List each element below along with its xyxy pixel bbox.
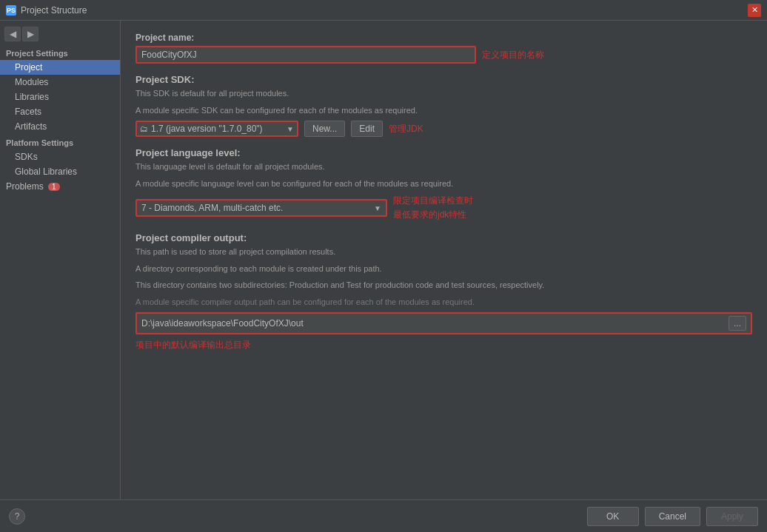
help-button[interactable]: ? [9,508,25,525]
sdk-desc1: This SDK is default for all project modu… [135,87,752,100]
compiler-desc2: A directory corresponding to each module… [135,263,752,275]
app-icon: PS [6,5,16,16]
cancel-button[interactable]: Cancel [645,507,700,526]
main-container: ◀ ▶ Project Settings Project Modules Lib… [0,21,767,499]
new-sdk-button[interactable]: New... [304,121,345,137]
compiler-section-title: Project compiler output: [135,232,752,243]
language-desc1: This language level is default for all p… [135,161,752,173]
output-annotation: 项目中的默认编译输出总目录 [135,339,752,351]
language-annotation-line2: 最低要求的jdk特性 [393,208,473,222]
project-name-label: Project name: [135,33,752,43]
language-desc2: A module specific language level can be … [135,178,752,190]
language-annotation-line1: 限定项目编译检查时 [393,194,473,208]
titlebar-left: PS Project Structure [6,5,87,16]
sidebar-item-global-libraries[interactable]: Global Libraries [0,164,120,179]
sidebar-item-sdks[interactable]: SDKs [0,149,120,164]
project-name-input[interactable] [135,46,476,64]
content-area: Project name: 定义项目的名称 Project SDK: This … [121,21,767,499]
sidebar-item-modules[interactable]: Modules [0,75,120,90]
sdk-dropdown-arrow: ▼ [287,125,294,133]
edit-sdk-button[interactable]: Edit [351,121,383,137]
sdk-folder-icon: 🗂 [140,124,148,133]
compiler-desc3: This directory contains two subdirectori… [135,279,752,292]
platform-settings-label: Platform Settings [0,134,120,149]
compiler-desc1: This path is used to store all project c… [135,246,752,258]
sdk-desc2: A module specific SDK can be configured … [135,104,752,117]
titlebar: PS Project Structure ✕ [0,0,767,21]
compiler-desc4: A module specific compiler output path c… [135,296,752,309]
sidebar-item-project[interactable]: Project [0,60,120,75]
sidebar: ◀ ▶ Project Settings Project Modules Lib… [0,21,121,499]
sidebar-item-facets[interactable]: Facets [0,104,120,119]
forward-button[interactable]: ▶ [22,27,38,41]
titlebar-title: Project Structure [21,5,87,16]
sdk-select[interactable]: 🗂 1.7 (java version "1.7.0_80") ▼ [135,121,298,137]
back-button[interactable]: ◀ [4,27,21,41]
project-name-annotation: 定义项目的名称 [482,49,544,61]
project-settings-label: Project Settings [0,44,120,60]
sidebar-item-problems[interactable]: Problems 1 [0,179,120,194]
sdk-value: 1.7 (java version "1.7.0_80") [151,124,284,134]
sidebar-item-libraries[interactable]: Libraries [0,90,120,104]
language-annotation: 限定项目编译检查时 最低要求的jdk特性 [393,194,473,222]
sdk-section-title: Project SDK: [135,74,752,85]
ok-button[interactable]: OK [587,507,639,526]
close-button[interactable]: ✕ [748,4,761,17]
language-value: 7 - Diamonds, ARM, multi-catch etc. [141,203,374,213]
browse-button[interactable]: ... [729,316,746,331]
bottom-bar: ? OK Cancel Apply [0,499,767,532]
apply-button[interactable]: Apply [706,507,758,526]
compiler-path: D:\java\ideaworkspace\FoodCityOfXJ\out [141,318,729,329]
sdk-annotation: 管理JDK [389,123,423,135]
problems-label: Problems [6,181,44,192]
problems-badge: 1 [48,183,60,191]
bottom-buttons: OK Cancel Apply [587,507,758,526]
language-select[interactable]: 7 - Diamonds, ARM, multi-catch etc. ▼ [135,199,387,217]
nav-buttons: ◀ ▶ [0,24,120,44]
language-dropdown-arrow: ▼ [374,204,381,212]
sidebar-item-artifacts[interactable]: Artifacts [0,119,120,134]
compiler-output-wrapper: D:\java\ideaworkspace\FoodCityOfXJ\out .… [135,312,752,334]
language-section-title: Project language level: [135,147,752,158]
